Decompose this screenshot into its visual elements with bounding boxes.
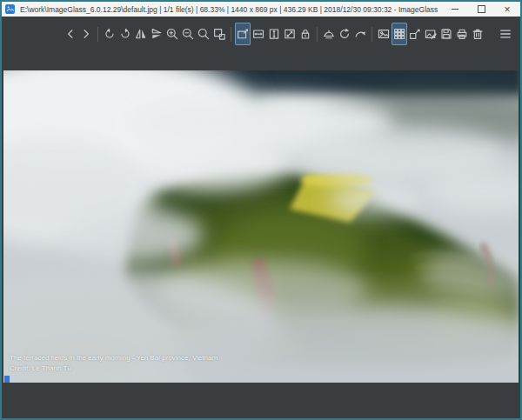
scale-to-fit-button[interactable] [282, 23, 298, 45]
toolbar-separator [231, 27, 231, 42]
rotate-right-icon [118, 27, 132, 41]
convert-button[interactable] [352, 23, 368, 45]
caption-line-1: The terraced fields in the early morning… [10, 353, 218, 363]
minimize-button[interactable] [442, 2, 468, 17]
toolbar-separator [317, 27, 318, 42]
photo-caption: The terraced fields in the early morning… [10, 353, 218, 374]
redo-arrow-icon [353, 27, 367, 41]
hamburger-menu-icon [499, 27, 512, 41]
zoom-lock-button[interactable] [298, 23, 313, 45]
photo-image [3, 70, 519, 383]
chevron-left-icon [64, 27, 77, 41]
toolbar-separator [97, 27, 98, 42]
zoom-out-button[interactable] [180, 23, 196, 45]
slideshow-icon [322, 27, 336, 41]
window-fit-button[interactable] [211, 23, 227, 45]
print-button[interactable] [454, 23, 470, 45]
edit-image-icon [424, 27, 438, 41]
auto-zoom-icon [236, 27, 250, 41]
zoom-out-icon [181, 27, 195, 41]
picture-button[interactable] [376, 23, 392, 45]
chevron-right-icon [79, 27, 93, 41]
close-icon: × [504, 4, 510, 15]
toolbar-separator [371, 27, 372, 42]
caption-line-2: Credit: Lê Thanh Tú [10, 363, 218, 374]
auto-zoom-button[interactable] [235, 23, 251, 45]
main-menu-button[interactable] [498, 23, 513, 45]
printer-icon [455, 27, 469, 41]
checkerboard-button[interactable] [392, 23, 407, 45]
maximize-icon [478, 5, 485, 13]
delete-button[interactable] [470, 23, 485, 45]
scale-to-width-button[interactable] [251, 23, 266, 45]
save-button[interactable] [438, 23, 454, 45]
picture-icon [377, 27, 391, 41]
refresh-icon [338, 27, 351, 41]
zoom-in-button[interactable] [164, 23, 180, 45]
minimize-icon [452, 9, 458, 10]
window-title: E:\work\ImageGlass_6.0.12.29\default.jpg… [20, 5, 442, 14]
next-button[interactable] [78, 23, 94, 45]
rotate-right-button[interactable] [117, 23, 133, 45]
photo-watermark [4, 376, 10, 383]
flip-vertical-icon [150, 27, 164, 41]
window-fit-icon [212, 27, 226, 41]
resize-button[interactable] [407, 23, 423, 45]
maximize-button[interactable] [468, 2, 494, 17]
app-logo-icon [5, 4, 15, 14]
previous-button[interactable] [63, 23, 78, 45]
trash-icon [471, 27, 485, 41]
flip-horizontal-icon [134, 27, 148, 41]
flip-horizontal-button[interactable] [133, 23, 149, 45]
scale-height-icon [267, 27, 281, 41]
magnifier-icon [197, 27, 211, 41]
slideshow-button[interactable] [321, 23, 337, 45]
zoom-in-icon [165, 27, 179, 41]
rotate-left-icon [103, 27, 117, 41]
imageglass-window: E:\work\ImageGlass_6.0.12.29\default.jpg… [0, 0, 522, 420]
photo-canvas[interactable]: The terraced fields in the early morning… [3, 70, 519, 383]
lock-icon [298, 27, 312, 41]
actual-size-button[interactable] [196, 23, 211, 45]
scale-to-height-button[interactable] [266, 23, 282, 45]
close-button[interactable]: × [494, 2, 520, 17]
save-icon [439, 27, 453, 41]
refresh-button[interactable] [337, 23, 352, 45]
window-controls: × [442, 2, 520, 17]
titlebar[interactable]: E:\work\ImageGlass_6.0.12.29\default.jpg… [2, 2, 520, 17]
rotate-left-button[interactable] [102, 23, 117, 45]
toolbar [2, 17, 520, 51]
checkerboard-icon [392, 27, 406, 41]
resize-icon [408, 27, 422, 41]
scale-width-icon [251, 27, 265, 41]
edit-button[interactable] [423, 23, 438, 45]
scale-fit-icon [283, 27, 297, 41]
flip-vertical-button[interactable] [149, 23, 164, 45]
